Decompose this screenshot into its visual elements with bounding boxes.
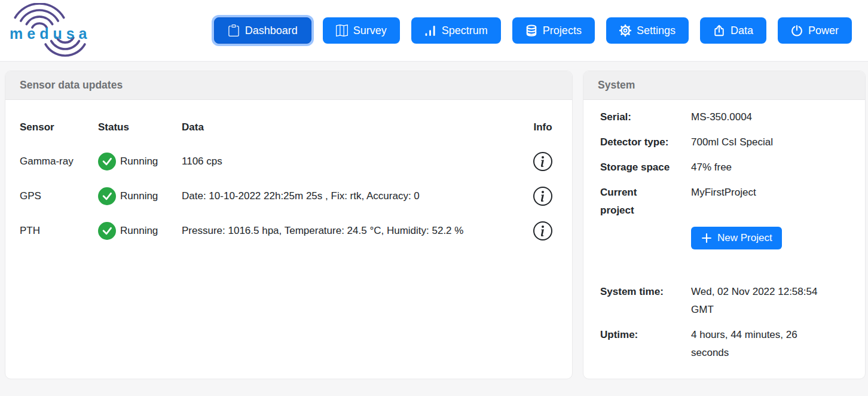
info-cell <box>533 187 552 206</box>
info-button[interactable] <box>533 152 552 171</box>
status-cell: Running <box>98 187 182 205</box>
map-icon <box>336 25 348 36</box>
status-cell: Running <box>98 153 182 170</box>
nav-label: Power <box>808 25 839 37</box>
status-cell: Running <box>98 222 182 240</box>
system-row-current-project: Current project MyFirstProject <box>600 184 855 220</box>
system-row-serial: Serial: MS-350.0004 <box>600 108 855 126</box>
uptime-label: Uptime: <box>600 326 691 344</box>
current-project-label: Current project <box>600 184 652 220</box>
logo-text: medusa <box>10 25 91 42</box>
serial-value: MS-350.0004 <box>691 108 752 126</box>
nav-label: Settings <box>637 25 676 37</box>
nav-label: Dashboard <box>245 25 298 37</box>
detector-type-label: Detector type: <box>600 133 691 151</box>
power-icon <box>791 25 803 36</box>
sensor-name-cell: PTH <box>20 225 98 237</box>
nav-dashboard-button[interactable]: Dashboard <box>214 17 311 44</box>
data-cell: Date: 10-10-2022 22h:25m 25s , Fix: rtk,… <box>182 190 524 202</box>
info-cell <box>533 221 552 240</box>
info-button[interactable] <box>533 187 552 206</box>
nav-power-button[interactable]: Power <box>778 17 852 44</box>
system-info-list: Serial: MS-350.0004 Detector type: 700ml… <box>583 100 865 362</box>
info-circle-icon <box>533 152 552 171</box>
data-cell: Pressure: 1016.5 hpa, Temperature: 24.5 … <box>182 225 524 237</box>
main-nav: Dashboard Survey Spectrum <box>214 17 852 44</box>
new-project-label: New Project <box>717 232 772 244</box>
status-label: Running <box>120 156 158 167</box>
clipboard-icon <box>228 25 240 36</box>
system-time-value: Wed, 02 Nov 2022 12:58:54 GMT <box>691 283 838 319</box>
info-circle-icon <box>533 221 552 240</box>
top-navbar: medusa Dashboard Survey <box>0 0 868 62</box>
new-project-button[interactable]: New Project <box>691 227 782 249</box>
system-row-detector-type: Detector type: 700ml CsI Special <box>600 133 855 151</box>
column-header-status: Status <box>98 118 182 136</box>
medusa-logo[interactable]: medusa <box>8 3 97 58</box>
status-label: Running <box>120 225 158 237</box>
check-circle-icon <box>98 222 116 240</box>
info-button[interactable] <box>533 221 552 240</box>
nav-projects-button[interactable]: Projects <box>512 17 595 44</box>
serial-label: Serial: <box>600 108 691 126</box>
sensor-name-cell: GPS <box>20 190 98 202</box>
database-icon <box>525 25 537 36</box>
storage-space-label: Storage space <box>600 159 691 176</box>
column-header-info: Info <box>533 118 552 136</box>
storage-space-value: 47% free <box>691 159 732 176</box>
nav-label: Projects <box>543 25 582 37</box>
upload-icon <box>713 25 725 36</box>
detector-type-value: 700ml CsI Special <box>691 133 773 151</box>
nav-label: Data <box>731 25 753 37</box>
gear-icon <box>619 25 631 36</box>
check-circle-icon <box>98 153 116 170</box>
plus-icon <box>701 232 713 244</box>
nav-settings-button[interactable]: Settings <box>606 17 689 44</box>
nav-data-button[interactable]: Data <box>700 17 766 44</box>
system-row-uptime: Uptime: 4 hours, 44 minutes, 26 seconds <box>600 326 855 362</box>
spacer <box>600 249 855 283</box>
main-content: Sensor data updates Sensor Status Data I… <box>0 62 868 379</box>
nav-spectrum-button[interactable]: Spectrum <box>411 17 501 44</box>
system-time-label: System time: <box>600 283 691 301</box>
status-label: Running <box>120 190 158 202</box>
system-row-system-time: System time: Wed, 02 Nov 2022 12:58:54 G… <box>600 283 855 319</box>
sensor-data-card: Sensor data updates Sensor Status Data I… <box>5 71 573 379</box>
info-circle-icon <box>533 187 552 206</box>
system-row-storage-space: Storage space 47% free <box>600 159 855 176</box>
current-project-value: MyFirstProject <box>691 184 756 202</box>
column-header-sensor: Sensor <box>20 118 98 136</box>
uptime-value: 4 hours, 44 minutes, 26 seconds <box>691 326 838 362</box>
bar-chart-icon <box>424 25 436 36</box>
info-cell <box>533 152 552 171</box>
data-cell: 1106 cps <box>182 156 524 167</box>
nav-survey-button[interactable]: Survey <box>323 17 400 44</box>
system-card: System Serial: MS-350.0004 Detector type… <box>583 71 866 379</box>
new-project-row: New Project <box>691 227 855 249</box>
system-card-title: System <box>583 71 865 100</box>
column-header-data: Data <box>182 118 524 136</box>
sensor-card-title: Sensor data updates <box>5 71 572 100</box>
nav-label: Spectrum <box>442 25 488 37</box>
sensor-name-cell: Gamma-ray <box>20 156 98 167</box>
nav-label: Survey <box>353 25 387 37</box>
sensor-table: Sensor Status Data Info Gamma-ray Runnin… <box>5 100 572 240</box>
check-circle-icon <box>98 187 116 205</box>
